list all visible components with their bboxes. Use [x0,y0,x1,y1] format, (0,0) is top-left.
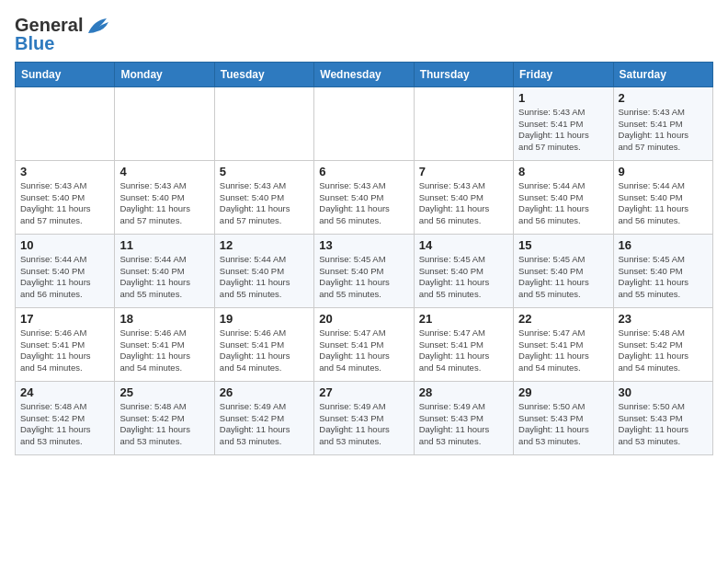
day-info: Sunrise: 5:48 AMSunset: 5:42 PMDaylight:… [119,401,209,448]
calendar-cell: 3Sunrise: 5:43 AMSunset: 5:40 PMDaylight… [16,160,115,234]
day-number: 30 [619,385,708,399]
day-number: 20 [319,312,408,326]
calendar-cell: 22Sunrise: 5:47 AMSunset: 5:41 PMDayligh… [514,307,613,381]
day-info: Sunrise: 5:43 AMSunset: 5:40 PMDaylight:… [419,180,508,227]
day-number: 22 [518,312,608,326]
day-number: 1 [518,91,608,105]
calendar-week-1: 1Sunrise: 5:43 AMSunset: 5:41 PMDaylight… [16,86,713,160]
day-number: 3 [20,165,109,178]
day-number: 25 [119,385,209,399]
day-info: Sunrise: 5:49 AMSunset: 5:43 PMDaylight:… [419,401,508,448]
calendar-cell: 1Sunrise: 5:43 AMSunset: 5:41 PMDaylight… [514,86,613,160]
weekday-header-sunday: Sunday [16,62,115,86]
calendar-body: 1Sunrise: 5:43 AMSunset: 5:41 PMDaylight… [16,86,713,454]
calendar-cell: 27Sunrise: 5:49 AMSunset: 5:43 PMDayligh… [314,381,414,454]
day-info: Sunrise: 5:49 AMSunset: 5:42 PMDaylight:… [220,401,309,448]
calendar-week-3: 10Sunrise: 5:44 AMSunset: 5:40 PMDayligh… [16,234,713,307]
day-number: 2 [619,91,708,105]
day-info: Sunrise: 5:43 AMSunset: 5:40 PMDaylight:… [20,180,109,227]
calendar-cell: 6Sunrise: 5:43 AMSunset: 5:40 PMDaylight… [314,160,414,234]
day-info: Sunrise: 5:44 AMSunset: 5:40 PMDaylight:… [20,254,109,301]
day-number: 18 [119,312,209,326]
weekday-header-monday: Monday [115,62,214,86]
day-number: 8 [518,165,608,178]
day-info: Sunrise: 5:45 AMSunset: 5:40 PMDaylight:… [319,254,408,301]
day-number: 5 [220,165,309,178]
logo-bird-icon [85,17,110,37]
day-number: 17 [20,312,109,326]
calendar-cell: 4Sunrise: 5:43 AMSunset: 5:40 PMDaylight… [115,160,214,234]
calendar-cell [115,86,214,160]
day-info: Sunrise: 5:43 AMSunset: 5:40 PMDaylight:… [319,180,408,227]
weekday-header-friday: Friday [514,62,613,86]
logo: General Blue [15,15,110,54]
calendar-cell: 5Sunrise: 5:43 AMSunset: 5:40 PMDaylight… [214,160,313,234]
calendar-cell: 25Sunrise: 5:48 AMSunset: 5:42 PMDayligh… [115,381,214,454]
calendar-cell: 21Sunrise: 5:47 AMSunset: 5:41 PMDayligh… [414,307,513,381]
day-number: 29 [518,385,608,399]
day-info: Sunrise: 5:45 AMSunset: 5:40 PMDaylight:… [619,254,708,301]
day-info: Sunrise: 5:47 AMSunset: 5:41 PMDaylight:… [319,327,408,374]
calendar-week-4: 17Sunrise: 5:46 AMSunset: 5:41 PMDayligh… [16,307,713,381]
calendar-week-2: 3Sunrise: 5:43 AMSunset: 5:40 PMDaylight… [16,160,713,234]
weekday-header-row: SundayMondayTuesdayWednesdayThursdayFrid… [16,62,713,86]
day-info: Sunrise: 5:46 AMSunset: 5:41 PMDaylight:… [220,327,309,374]
day-number: 14 [419,238,508,252]
day-info: Sunrise: 5:43 AMSunset: 5:40 PMDaylight:… [220,180,309,227]
weekday-header-thursday: Thursday [414,62,513,86]
calendar-table: SundayMondayTuesdayWednesdayThursdayFrid… [15,62,713,455]
day-info: Sunrise: 5:48 AMSunset: 5:42 PMDaylight:… [20,401,109,448]
weekday-header-wednesday: Wednesday [314,62,414,86]
day-info: Sunrise: 5:43 AMSunset: 5:41 PMDaylight:… [619,107,708,154]
day-info: Sunrise: 5:49 AMSunset: 5:43 PMDaylight:… [319,401,408,448]
calendar-cell: 2Sunrise: 5:43 AMSunset: 5:41 PMDaylight… [613,86,712,160]
day-number: 28 [419,385,508,399]
day-number: 10 [20,238,109,252]
day-info: Sunrise: 5:44 AMSunset: 5:40 PMDaylight:… [220,254,309,301]
calendar-header: SundayMondayTuesdayWednesdayThursdayFrid… [16,62,713,86]
day-info: Sunrise: 5:50 AMSunset: 5:43 PMDaylight:… [518,401,608,448]
day-number: 23 [619,312,708,326]
calendar-week-5: 24Sunrise: 5:48 AMSunset: 5:42 PMDayligh… [16,381,713,454]
calendar-cell: 17Sunrise: 5:46 AMSunset: 5:41 PMDayligh… [16,307,115,381]
calendar-cell: 24Sunrise: 5:48 AMSunset: 5:42 PMDayligh… [16,381,115,454]
day-info: Sunrise: 5:47 AMSunset: 5:41 PMDaylight:… [419,327,508,374]
calendar-cell [214,86,313,160]
day-info: Sunrise: 5:45 AMSunset: 5:40 PMDaylight:… [419,254,508,301]
calendar-cell: 13Sunrise: 5:45 AMSunset: 5:40 PMDayligh… [314,234,414,307]
calendar-cell [314,86,414,160]
day-info: Sunrise: 5:43 AMSunset: 5:40 PMDaylight:… [119,180,209,227]
calendar-cell: 30Sunrise: 5:50 AMSunset: 5:43 PMDayligh… [613,381,712,454]
calendar-cell [414,86,513,160]
calendar-cell: 20Sunrise: 5:47 AMSunset: 5:41 PMDayligh… [314,307,414,381]
day-number: 6 [319,165,408,178]
day-info: Sunrise: 5:48 AMSunset: 5:42 PMDaylight:… [619,327,708,374]
calendar-cell [16,86,115,160]
day-info: Sunrise: 5:45 AMSunset: 5:40 PMDaylight:… [518,254,608,301]
day-number: 9 [619,165,708,178]
calendar-cell: 23Sunrise: 5:48 AMSunset: 5:42 PMDayligh… [613,307,712,381]
day-number: 24 [20,385,109,399]
day-number: 4 [119,165,209,178]
calendar-cell: 12Sunrise: 5:44 AMSunset: 5:40 PMDayligh… [214,234,313,307]
day-info: Sunrise: 5:44 AMSunset: 5:40 PMDaylight:… [518,180,608,227]
day-number: 12 [220,238,309,252]
calendar-cell: 8Sunrise: 5:44 AMSunset: 5:40 PMDaylight… [514,160,613,234]
calendar-cell: 26Sunrise: 5:49 AMSunset: 5:42 PMDayligh… [214,381,313,454]
day-info: Sunrise: 5:43 AMSunset: 5:41 PMDaylight:… [518,107,608,154]
calendar-cell: 11Sunrise: 5:44 AMSunset: 5:40 PMDayligh… [115,234,214,307]
calendar-cell: 7Sunrise: 5:43 AMSunset: 5:40 PMDaylight… [414,160,513,234]
day-info: Sunrise: 5:46 AMSunset: 5:41 PMDaylight:… [119,327,209,374]
day-info: Sunrise: 5:47 AMSunset: 5:41 PMDaylight:… [518,327,608,374]
calendar-cell: 14Sunrise: 5:45 AMSunset: 5:40 PMDayligh… [414,234,513,307]
day-number: 26 [220,385,309,399]
calendar-cell: 28Sunrise: 5:49 AMSunset: 5:43 PMDayligh… [414,381,513,454]
calendar-cell: 18Sunrise: 5:46 AMSunset: 5:41 PMDayligh… [115,307,214,381]
calendar-cell: 29Sunrise: 5:50 AMSunset: 5:43 PMDayligh… [514,381,613,454]
day-info: Sunrise: 5:46 AMSunset: 5:41 PMDaylight:… [20,327,109,374]
day-number: 16 [619,238,708,252]
day-number: 7 [419,165,508,178]
weekday-header-tuesday: Tuesday [214,62,313,86]
weekday-header-saturday: Saturday [613,62,712,86]
calendar-cell: 9Sunrise: 5:44 AMSunset: 5:40 PMDaylight… [613,160,712,234]
